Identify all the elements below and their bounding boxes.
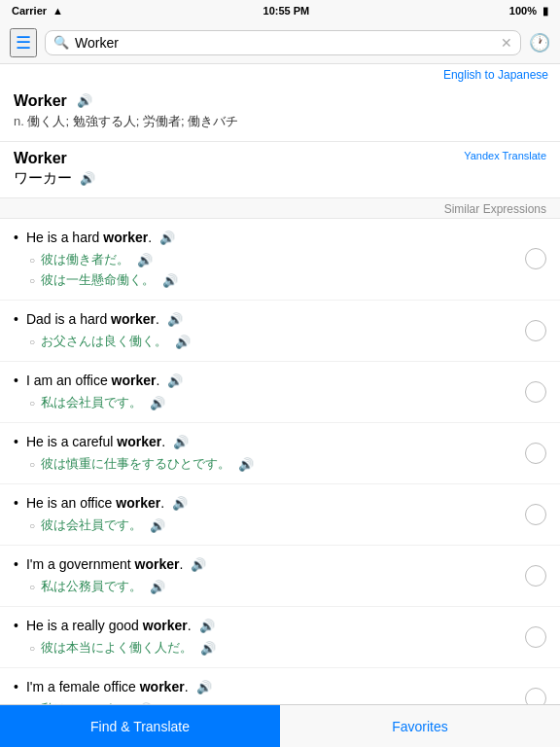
expr-english-row: •He is a really good worker.🔊 <box>14 617 546 635</box>
expr-japanese-rows: ○お父さんは良く働く。🔊 <box>29 333 546 351</box>
expression-item: •He is a careful worker.🔊○彼は慎重に仕事をするひとです… <box>0 423 560 484</box>
expression-item: •He is an office worker.🔊○彼は会社員です。🔊 <box>0 484 560 546</box>
expr-english-text: I'm a female office worker. <box>26 679 189 694</box>
expr-jp-row: ○彼は本当によく働く人だ。🔊 <box>29 639 546 658</box>
jp-sound-button[interactable]: 🔊 <box>198 639 218 658</box>
small-circle-icon: ○ <box>29 275 35 286</box>
expr-japanese-text: 私は公務員です。 <box>41 578 142 595</box>
expression-item: •He is a hard worker.🔊○彼は働き者だ。🔊○彼は一生懸命働く… <box>0 219 560 301</box>
status-left: Carrier ▲ <box>12 5 63 17</box>
expr-sound-button[interactable]: 🔊 <box>194 678 214 696</box>
word-sound-button[interactable]: 🔊 <box>75 91 94 110</box>
yandex-row: Worker ワーカー 🔊 Yandex Translate <box>14 150 546 188</box>
search-bar: ☰ 🔍 ✕ 🕐 <box>0 21 560 64</box>
expr-jp-row: ○私は会社員です。🔊 <box>29 394 546 412</box>
time-label: 10:55 PM <box>263 5 310 17</box>
expr-jp-row: ○彼は働き者だ。🔊 <box>29 251 546 269</box>
jp-sound-button[interactable]: 🔊 <box>160 271 180 290</box>
expr-japanese-rows: ○私は公務員です。🔊 <box>29 578 546 596</box>
expr-sound-button[interactable]: 🔊 <box>171 433 191 451</box>
expr-japanese-text: 彼は慎重に仕事をするひとです。 <box>41 455 230 473</box>
jp-sound-button[interactable]: 🔊 <box>148 516 167 535</box>
expr-english-text: I'm a government worker. <box>26 556 183 572</box>
bullet-icon: • <box>14 311 18 327</box>
expr-japanese-text: 彼は本当によく働く人だ。 <box>41 639 192 657</box>
expr-english-row: •I'm a government worker.🔊 <box>14 555 546 574</box>
small-circle-icon: ○ <box>29 459 35 470</box>
bullet-icon: • <box>14 618 18 633</box>
expr-english-text: He is a really good worker. <box>26 618 192 633</box>
jp-sound-button[interactable]: 🔊 <box>135 251 155 269</box>
find-translate-tab[interactable]: Find & Translate <box>0 705 280 747</box>
clear-icon[interactable]: ✕ <box>501 35 512 51</box>
expr-japanese-rows: ○彼は本当によく働く人だ。🔊 <box>29 639 546 658</box>
small-circle-icon: ○ <box>29 520 35 531</box>
expr-english-text: Dad is a hard worker. <box>26 311 159 327</box>
expr-select-button[interactable] <box>525 504 546 525</box>
expressions-list: •He is a hard worker.🔊○彼は働き者だ。🔊○彼は一生懸命働く… <box>0 219 560 748</box>
definition-text: n. 働く人; 勉強する人; 労働者; 働きバチ <box>14 112 546 131</box>
search-input[interactable] <box>75 35 495 51</box>
status-bar: Carrier ▲ 10:55 PM 100% ▮ <box>0 0 560 21</box>
expr-select-button[interactable] <box>525 248 546 269</box>
expression-item: •I am an office worker.🔊○私は会社員です。🔊 <box>0 362 560 423</box>
yandex-sound-button[interactable]: 🔊 <box>78 169 97 188</box>
expr-sound-button[interactable]: 🔊 <box>197 617 217 635</box>
expr-english-row: •I am an office worker.🔊 <box>14 372 546 390</box>
wifi-icon: ▲ <box>52 5 63 17</box>
expr-select-button[interactable] <box>525 381 546 403</box>
expressions-scroll-area[interactable]: •He is a hard worker.🔊○彼は働き者だ。🔊○彼は一生懸命働く… <box>0 219 560 748</box>
expr-select-button[interactable] <box>525 320 546 341</box>
expr-english-row: •He is an office worker.🔊 <box>14 494 546 513</box>
carrier-label: Carrier <box>12 5 47 17</box>
jp-sound-button[interactable]: 🔊 <box>173 333 192 351</box>
bullet-icon: • <box>14 679 18 694</box>
expr-select-button[interactable] <box>525 565 546 587</box>
expr-select-button[interactable] <box>525 626 546 648</box>
favorites-tab[interactable]: Favorites <box>280 705 560 747</box>
small-circle-icon: ○ <box>29 337 35 347</box>
expr-english-text: He is a careful worker. <box>26 434 165 449</box>
jp-sound-button[interactable]: 🔊 <box>148 578 167 596</box>
expr-sound-button[interactable]: 🔊 <box>165 372 185 390</box>
word-title-row: Worker 🔊 <box>14 91 546 110</box>
search-icon: 🔍 <box>53 35 69 50</box>
yandex-block: Worker ワーカー 🔊 Yandex Translate <box>0 142 560 198</box>
expr-sound-button[interactable]: 🔊 <box>189 555 208 574</box>
expr-jp-row: ○お父さんは良く働く。🔊 <box>29 333 546 351</box>
menu-button[interactable]: ☰ <box>10 28 37 57</box>
battery-icon: ▮ <box>542 5 548 18</box>
expr-jp-row: ○彼は会社員です。🔊 <box>29 516 546 535</box>
expression-item: •He is a really good worker.🔊○彼は本当によく働く人… <box>0 607 560 668</box>
bullet-icon: • <box>14 556 18 572</box>
expr-english-text: I am an office worker. <box>26 373 160 388</box>
expr-english-row: •Dad is a hard worker.🔊 <box>14 310 546 329</box>
expr-sound-button[interactable]: 🔊 <box>158 229 177 247</box>
yandex-translation-row: ワーカー 🔊 <box>14 169 97 188</box>
expr-jp-row: ○彼は慎重に仕事をするひとです。🔊 <box>29 455 546 474</box>
definition-block: Worker 🔊 n. 働く人; 勉強する人; 労働者; 働きバチ <box>0 84 560 142</box>
small-circle-icon: ○ <box>29 398 35 409</box>
expr-english-row: •He is a hard worker.🔊 <box>14 229 546 247</box>
expr-japanese-rows: ○私は会社員です。🔊 <box>29 394 546 412</box>
bullet-icon: • <box>14 495 18 511</box>
definition-content: 働く人; 勉強する人; 労働者; 働きバチ <box>27 114 238 128</box>
jp-sound-button[interactable]: 🔊 <box>236 455 256 474</box>
expr-japanese-rows: ○彼は慎重に仕事をするひとです。🔊 <box>29 455 546 474</box>
word-title: Worker <box>14 92 67 110</box>
yandex-translated-text: ワーカー <box>14 169 72 188</box>
expr-sound-button[interactable]: 🔊 <box>165 310 185 329</box>
yandex-word: Worker <box>14 150 97 167</box>
battery-label: 100% <box>509 5 537 17</box>
lang-selector[interactable]: English to Japanese <box>0 64 560 84</box>
expression-item: •Dad is a hard worker.🔊○お父さんは良く働く。🔊 <box>0 301 560 362</box>
expr-english-text: He is a hard worker. <box>26 230 152 245</box>
jp-sound-button[interactable]: 🔊 <box>148 394 167 412</box>
small-circle-icon: ○ <box>29 255 35 266</box>
pos-tag: n. <box>14 114 24 128</box>
expr-english-text: He is an office worker. <box>26 495 164 511</box>
expr-select-button[interactable] <box>525 443 546 464</box>
expr-japanese-text: 私は会社員です。 <box>41 394 142 411</box>
expr-sound-button[interactable]: 🔊 <box>170 494 190 513</box>
history-icon[interactable]: 🕐 <box>529 32 550 53</box>
